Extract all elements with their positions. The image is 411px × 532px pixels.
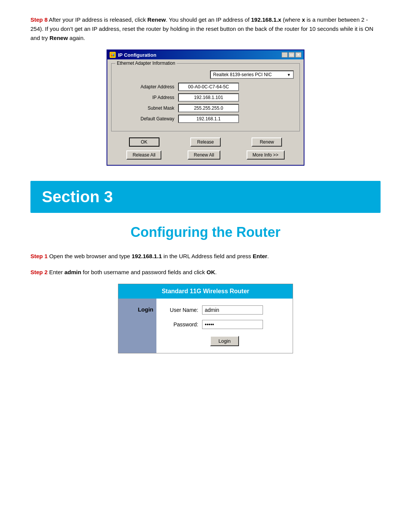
ip-address-label: IP Address [117, 95, 178, 100]
step8-bold3: x [302, 16, 305, 23]
button-row-2: Release All Renew All More Info >> [111, 148, 300, 161]
adapter-dropdown[interactable]: Realtek 8139-series PCI NIC ▼ [210, 70, 294, 79]
ok-button[interactable]: OK [129, 137, 159, 147]
password-row: Password: [164, 320, 285, 329]
step2-text1: Enter [48, 269, 64, 275]
step8-text3: (where [281, 16, 302, 23]
step2-text2: for both username and password fields an… [81, 269, 206, 275]
login-body: Login User Name: Password: Login [118, 299, 293, 353]
step2-label: Step 2 [30, 269, 48, 275]
login-button[interactable]: Login [210, 336, 239, 346]
ip-address-value: 192.168.1.101 [178, 93, 239, 102]
ip-config-window: IP Configuration _ ▭ ✕ Ethernet Adapter … [107, 50, 304, 166]
login-window: Standard 11G Wireless Router Login User … [118, 284, 293, 353]
password-input[interactable] [202, 320, 263, 329]
release-all-button[interactable]: Release All [126, 150, 161, 160]
maximize-btn[interactable]: ▭ [288, 52, 295, 58]
step2-bold1: admin [64, 269, 81, 275]
step8-bold2: 192.168.1.x [251, 16, 281, 23]
adapter-value: Realtek 8139-series PCI NIC [213, 72, 272, 77]
renew-button[interactable]: Renew [252, 137, 282, 147]
ip-config-title: IP Configuration [118, 52, 156, 58]
step1-bold1: 192.168.1.1 [132, 253, 162, 259]
dropdown-arrow: ▼ [287, 73, 291, 77]
login-form: User Name: Password: Login [156, 299, 293, 353]
more-info-button[interactable]: More Info >> [247, 150, 285, 160]
ip-config-titlebar: IP Configuration _ ▭ ✕ [107, 50, 304, 59]
step1-label: Step 1 [30, 253, 48, 259]
default-gateway-label: Default Gateway [117, 116, 178, 121]
ip-address-row: IP Address 192.168.1.101 [117, 93, 294, 102]
section-banner-label: Section 3 [42, 188, 113, 206]
step2-text3: . [215, 269, 217, 275]
step1-text2: in the URL Address field and press [162, 253, 253, 259]
titlebar-left: IP Configuration [110, 52, 156, 58]
close-btn[interactable]: ✕ [295, 52, 301, 58]
ip-config-body: Ethernet Adapter Information Realtek 813… [107, 59, 304, 165]
username-input[interactable] [202, 305, 263, 315]
step8-text2: . You should get an IP address of [166, 16, 251, 23]
username-row: User Name: [164, 305, 285, 315]
step1-paragraph: Step 1 Open the web browser and type 192… [30, 252, 381, 261]
username-label: User Name: [164, 307, 202, 313]
login-sidebar: Login [118, 299, 156, 353]
login-sidebar-label: Login [138, 306, 153, 313]
adapter-address-value: 00-A0-0C-C7-64-5C [178, 83, 239, 91]
release-button[interactable]: Release [190, 137, 221, 147]
titlebar-icon [110, 52, 116, 58]
login-header: Standard 11G Wireless Router [118, 284, 293, 299]
login-btn-row: Login [164, 334, 285, 346]
step1-text3: . [267, 253, 269, 259]
renew-all-button[interactable]: Renew All [188, 150, 220, 160]
section-title-label: Configuring the Router [131, 224, 280, 240]
button-row-1: OK Release Renew [111, 135, 300, 148]
adapter-address-row: Adapter Address 00-A0-0C-C7-64-5C [117, 83, 294, 91]
step8-label: Step 8 [30, 16, 48, 23]
adapter-dropdown-row: Realtek 8139-series PCI NIC ▼ [117, 70, 294, 79]
subnet-mask-row: Subnet Mask 255.255.255.0 [117, 104, 294, 112]
adapter-address-label: Adapter Address [117, 84, 178, 89]
section-title: Configuring the Router [30, 224, 381, 240]
section-banner: Section 3 [30, 181, 381, 213]
password-label: Password: [164, 321, 202, 328]
svg-rect-0 [110, 53, 115, 57]
step1-bold2: Enter [253, 253, 267, 259]
minimize-btn[interactable]: _ [282, 52, 288, 58]
subnet-mask-label: Subnet Mask [117, 105, 178, 111]
step8-bold1: Renew [147, 16, 166, 23]
ethernet-adapter-group: Ethernet Adapter Information Realtek 813… [111, 63, 300, 131]
subnet-mask-value: 255.255.255.0 [178, 104, 239, 112]
svg-rect-3 [111, 54, 114, 54]
default-gateway-value: 192.168.1.1 [178, 115, 239, 123]
titlebar-buttons: _ ▭ ✕ [282, 52, 301, 58]
step2-paragraph: Step 2 Enter admin for both username and… [30, 268, 381, 277]
group-box-label: Ethernet Adapter Information [115, 61, 177, 66]
step2-bold2: OK [207, 269, 215, 275]
step8-text1: After your IP address is released, click [48, 16, 147, 23]
step1-text1: Open the web browser and type [48, 253, 132, 259]
step8-text5: again. [68, 35, 85, 41]
step8-paragraph: Step 8 After your IP address is released… [30, 15, 381, 43]
step8-bold4: Renew [49, 35, 68, 41]
default-gateway-row: Default Gateway 192.168.1.1 [117, 115, 294, 123]
